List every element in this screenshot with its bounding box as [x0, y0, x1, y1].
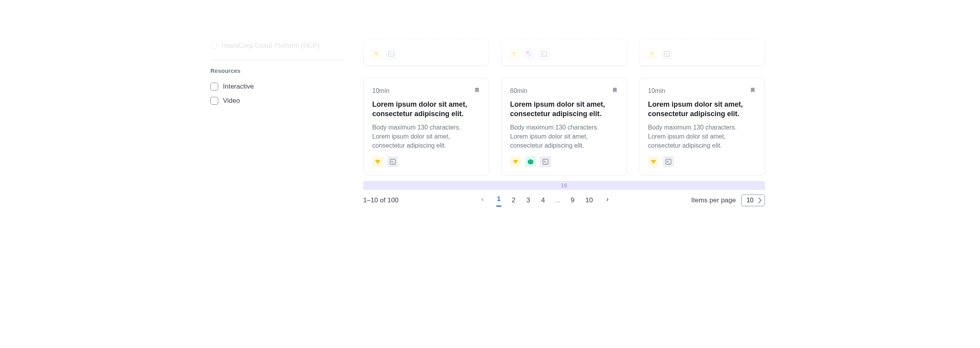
- card-stub[interactable]: [639, 39, 765, 66]
- items-per-page-select[interactable]: 10: [741, 194, 765, 206]
- badge-row: [648, 156, 756, 167]
- badge-row: [371, 48, 397, 59]
- terminal-icon: [666, 159, 671, 165]
- items-per-page-label: Items per page: [691, 196, 736, 204]
- badge-row: [372, 156, 480, 167]
- pagination-page-9[interactable]: 9: [570, 195, 575, 206]
- nomad-badge: [523, 48, 535, 59]
- terminal-icon: [664, 51, 670, 57]
- tutorial-card[interactable]: 60minLorem ipsum dolor sit amet, consect…: [501, 78, 627, 176]
- spacer-value: 16: [561, 182, 567, 189]
- items-per-page-value: 10: [746, 197, 754, 204]
- badge-row: [510, 156, 618, 167]
- pagination-ellipsis: ...: [555, 197, 560, 204]
- bookmark-icon[interactable]: [612, 86, 618, 96]
- radio-icon: [210, 42, 217, 49]
- pagination-page-4[interactable]: 4: [540, 195, 546, 206]
- vault-badge: [371, 48, 382, 59]
- vault-icon: [375, 160, 380, 164]
- checkbox-interactive[interactable]: Interactive: [210, 80, 344, 94]
- terminal-badge: [387, 156, 398, 167]
- checkbox-label: Interactive: [223, 83, 254, 91]
- vault-badge: [646, 48, 657, 59]
- nomad-icon: [526, 51, 532, 57]
- terminal-badge: [538, 48, 549, 59]
- checkbox-label: Video: [223, 97, 240, 105]
- vault-icon: [373, 52, 379, 56]
- pagination-page-1[interactable]: 1: [496, 194, 501, 207]
- card-duration: 10min: [372, 87, 390, 94]
- pagination-page-3[interactable]: 3: [525, 195, 531, 206]
- card-body: Body maximum 130 characters. Lorem ipsum…: [510, 123, 618, 150]
- pagination-page-2[interactable]: 2: [511, 195, 516, 206]
- vault-badge: [648, 156, 659, 167]
- card-stub[interactable]: [363, 39, 489, 66]
- card-title: Lorem ipsum dolor sit amet, consectetur …: [372, 100, 480, 119]
- pagination-next[interactable]: [603, 194, 612, 206]
- pagination-prev[interactable]: [478, 194, 487, 206]
- tutorial-card[interactable]: 10minLorem ipsum dolor sit amet, consect…: [639, 78, 765, 176]
- terminal-badge: [663, 156, 674, 167]
- badge-row: [646, 48, 672, 59]
- terminal-badge: [386, 48, 397, 59]
- card-stub[interactable]: [501, 39, 627, 66]
- vault-icon: [513, 160, 518, 164]
- terminal-icon: [543, 159, 548, 165]
- vault-badge: [372, 156, 383, 167]
- terminal-icon: [390, 159, 395, 165]
- consul-icon: [528, 159, 533, 165]
- vault-icon: [649, 52, 655, 56]
- pagination-page-10[interactable]: 10: [585, 195, 594, 206]
- badge-row: [509, 48, 549, 59]
- bookmark-icon[interactable]: [474, 86, 480, 96]
- pagination-range: 1–10 of 100: [363, 196, 399, 204]
- checkbox-icon: [210, 83, 218, 91]
- tutorial-card[interactable]: 10minLorem ipsum dolor sit amet, consect…: [363, 78, 489, 176]
- card-body: Body maximum 130 characters. Lorem ipsum…: [648, 123, 756, 150]
- vault-icon: [651, 160, 656, 164]
- card-title: Lorem ipsum dolor sit amet, consectetur …: [510, 100, 618, 119]
- terminal-badge: [540, 156, 551, 167]
- vault-icon: [511, 52, 517, 56]
- consul-badge: [525, 156, 536, 167]
- sidebar-disabled-radio: HashiCorp Cloud Platform (HCP): [210, 39, 344, 52]
- resources-heading: Resources: [210, 67, 344, 74]
- checkbox-icon: [210, 97, 218, 105]
- sidebar-divider: [210, 60, 344, 60]
- radio-label: HashiCorp Cloud Platform (HCP): [221, 42, 319, 50]
- terminal-icon: [541, 51, 547, 57]
- card-title: Lorem ipsum dolor sit amet, consectetur …: [648, 100, 756, 119]
- card-duration: 60min: [510, 87, 527, 94]
- terminal-icon: [388, 51, 394, 57]
- spacer-strip: 16: [363, 181, 765, 190]
- card-body: Body maximum 130 characters. Lorem ipsum…: [372, 123, 480, 150]
- vault-badge: [510, 156, 521, 167]
- terminal-badge: [661, 48, 672, 59]
- vault-badge: [509, 48, 520, 59]
- checkbox-video[interactable]: Video: [210, 94, 344, 108]
- bookmark-icon[interactable]: [750, 86, 756, 96]
- card-duration: 10min: [648, 87, 665, 94]
